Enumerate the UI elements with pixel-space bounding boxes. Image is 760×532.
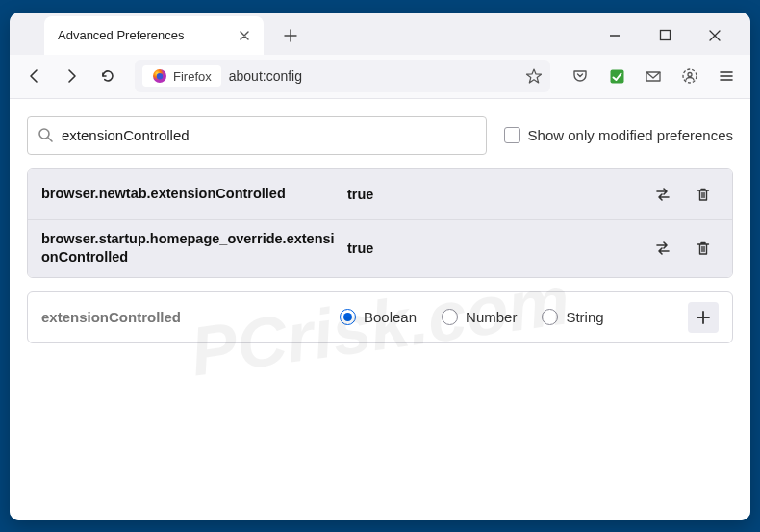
delete-button[interactable] bbox=[688, 179, 719, 210]
account-icon[interactable] bbox=[675, 62, 704, 90]
close-tab-button[interactable] bbox=[237, 28, 252, 43]
menu-button[interactable] bbox=[712, 62, 741, 90]
radio-label: Boolean bbox=[364, 309, 417, 325]
minimize-button[interactable] bbox=[598, 19, 631, 52]
url-bar[interactable]: Firefox bbox=[135, 60, 550, 92]
maximize-button[interactable] bbox=[648, 19, 681, 52]
pref-value: true bbox=[347, 187, 640, 202]
svg-point-2 bbox=[157, 73, 163, 79]
type-radio-group: Boolean Number String bbox=[340, 309, 688, 325]
about-config-content: PCrisk.com Show only modified preference… bbox=[10, 99, 750, 520]
url-input[interactable] bbox=[229, 68, 518, 84]
search-box[interactable] bbox=[27, 116, 487, 155]
firefox-logo-icon bbox=[152, 68, 167, 84]
checkbox-icon bbox=[504, 127, 520, 143]
new-tab-button[interactable] bbox=[275, 20, 306, 51]
extension-icon[interactable] bbox=[602, 62, 631, 90]
navigation-toolbar: Firefox bbox=[10, 55, 750, 99]
show-modified-checkbox[interactable]: Show only modified preferences bbox=[504, 127, 733, 143]
radio-label: String bbox=[566, 309, 603, 325]
radio-label: Number bbox=[466, 309, 517, 325]
pref-row[interactable]: browser.newtab.extensionControlled true bbox=[28, 169, 732, 219]
add-button[interactable] bbox=[688, 302, 719, 333]
back-button[interactable] bbox=[19, 61, 50, 91]
svg-rect-0 bbox=[660, 31, 670, 40]
pref-name: browser.startup.homepage_override.extens… bbox=[41, 230, 340, 267]
preferences-list: browser.newtab.extensionControlled true … bbox=[27, 168, 733, 278]
pref-name: browser.newtab.extensionControlled bbox=[41, 185, 340, 204]
tab-title: Advanced Preferences bbox=[56, 28, 185, 42]
svg-point-5 bbox=[688, 73, 692, 77]
pref-row[interactable]: browser.startup.homepage_override.extens… bbox=[28, 219, 732, 277]
active-tab[interactable]: Advanced Preferences bbox=[44, 16, 264, 55]
radio-boolean[interactable]: Boolean bbox=[340, 309, 417, 325]
forward-button[interactable] bbox=[56, 61, 87, 91]
toggle-button[interactable] bbox=[647, 179, 678, 210]
toolbar-right-icons bbox=[562, 62, 741, 90]
radio-icon bbox=[442, 309, 458, 325]
radio-number[interactable]: Number bbox=[442, 309, 517, 325]
pref-value: true bbox=[347, 241, 640, 256]
bookmark-star-icon[interactable] bbox=[525, 67, 543, 85]
identity-box[interactable]: Firefox bbox=[142, 65, 221, 87]
radio-string[interactable]: String bbox=[542, 309, 603, 325]
titlebar: Advanced Preferences bbox=[10, 13, 750, 55]
radio-icon bbox=[542, 309, 558, 325]
checkbox-label: Show only modified preferences bbox=[528, 127, 733, 143]
svg-rect-3 bbox=[610, 69, 623, 83]
add-pref-name: extensionControlled bbox=[41, 309, 340, 325]
search-icon bbox=[38, 127, 54, 143]
delete-button[interactable] bbox=[688, 233, 719, 264]
browser-window: Advanced Preferences bbox=[10, 13, 750, 520]
add-pref-row: extensionControlled Boolean Number Strin… bbox=[27, 291, 733, 343]
close-window-button[interactable] bbox=[698, 19, 731, 52]
pocket-icon[interactable] bbox=[566, 62, 595, 90]
identity-label: Firefox bbox=[173, 69, 212, 84]
toggle-button[interactable] bbox=[647, 233, 678, 264]
filter-row: Show only modified preferences bbox=[27, 116, 733, 155]
mail-icon[interactable] bbox=[639, 62, 668, 90]
window-controls bbox=[598, 19, 750, 52]
search-input[interactable] bbox=[62, 127, 476, 143]
radio-selected-icon bbox=[340, 309, 356, 325]
reload-button[interactable] bbox=[92, 61, 123, 91]
